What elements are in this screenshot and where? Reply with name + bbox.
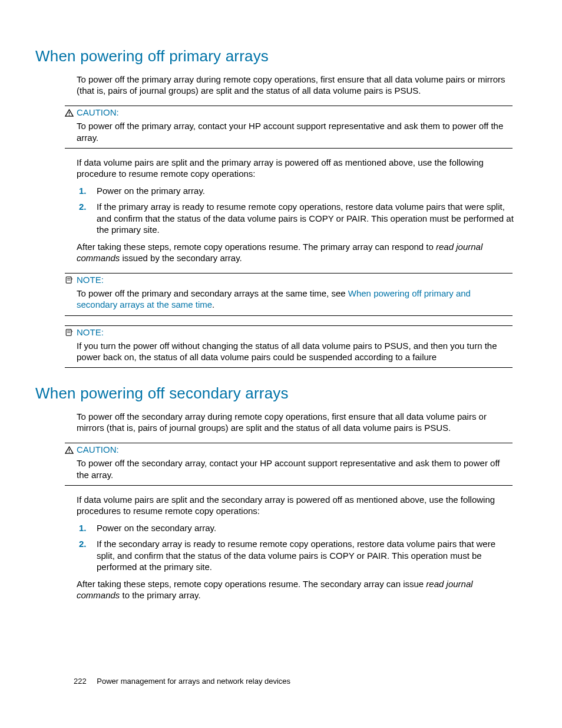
heading-primary-arrays: When powering off primary arrays xyxy=(35,47,514,65)
after-steps-paragraph: After taking these steps, remote copy op… xyxy=(77,578,514,601)
caution-block: CAUTION: To power off the secondary arra… xyxy=(65,443,514,485)
caution-body: To power off the secondary array, contac… xyxy=(77,457,513,480)
svg-point-9 xyxy=(69,452,70,453)
intro-paragraph: To power off the secondary array during … xyxy=(77,411,514,433)
page-number: 222 xyxy=(74,677,87,686)
note-icon xyxy=(65,328,74,339)
after-steps-paragraph: After taking these steps, remote copy op… xyxy=(77,241,514,263)
page-footer: 222 Power management for arrays and netw… xyxy=(74,677,290,686)
text-run: After taking these steps, remote copy op… xyxy=(77,579,426,589)
note-icon xyxy=(65,276,74,286)
step-item: If the primary array is ready to resume … xyxy=(92,201,514,235)
text-run: After taking these steps, remote copy op… xyxy=(77,242,436,252)
note-body: To power off the primary and secondary a… xyxy=(77,288,513,310)
note-block: NOTE: To power off the primary and secon… xyxy=(65,273,514,315)
svg-point-1 xyxy=(69,115,70,116)
note-body: If you turn the power off without changi… xyxy=(77,340,513,363)
note-label: NOTE: xyxy=(77,275,104,285)
step-item: If the secondary array is ready to resum… xyxy=(92,538,514,572)
note-block: NOTE: If you turn the power off without … xyxy=(65,325,514,368)
chapter-title: Power management for arrays and network … xyxy=(97,677,290,686)
steps-list: Power on the secondary array. If the sec… xyxy=(77,522,514,572)
resume-intro: If data volume pairs are split and the p… xyxy=(77,157,514,179)
caution-icon xyxy=(65,108,74,119)
text-run: To power off the primary and secondary a… xyxy=(77,288,348,298)
caution-body: To power off the primary array, contact … xyxy=(77,120,513,143)
caution-label: CAUTION: xyxy=(77,444,119,454)
step-item: Power on the secondary array. xyxy=(92,522,514,533)
text-run: issued by the secondary array. xyxy=(120,253,242,263)
caution-icon xyxy=(65,446,74,456)
heading-secondary-arrays: When powering off secondary arrays xyxy=(35,384,514,403)
intro-paragraph: To power off the primary array during re… xyxy=(77,74,514,96)
caution-block: CAUTION: To power off the primary array,… xyxy=(65,106,514,148)
text-run: to the primary array. xyxy=(120,590,200,600)
step-item: Power on the primary array. xyxy=(92,185,514,196)
text-run: . xyxy=(212,299,214,309)
caution-label: CAUTION: xyxy=(77,107,119,117)
note-label: NOTE: xyxy=(77,327,104,337)
steps-list: Power on the primary array. If the prima… xyxy=(77,185,514,235)
resume-intro: If data volume pairs are split and the s… xyxy=(77,494,514,516)
